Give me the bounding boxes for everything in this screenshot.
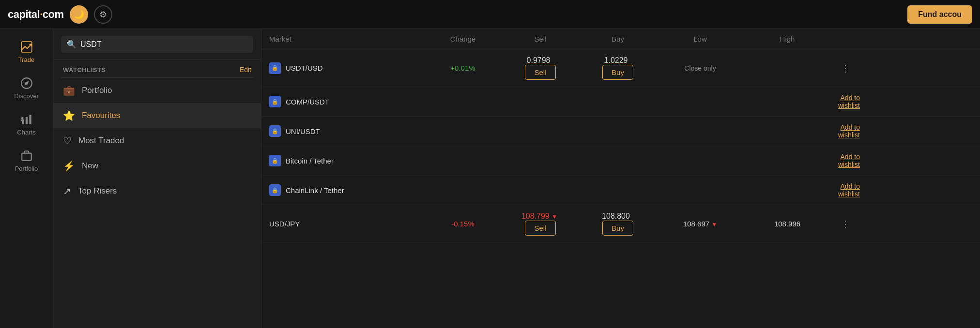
- change-usdt-usd: +0.01%: [424, 64, 502, 72]
- watchlist-item-new[interactable]: ⚡ New: [53, 153, 261, 179]
- portfolio-list-icon: 💼: [63, 85, 75, 96]
- sidebar-item-discover[interactable]: Discover: [0, 70, 53, 106]
- sell-price-val: 108.799: [521, 212, 550, 220]
- market-label: USDT/USD: [286, 64, 323, 72]
- table-header: Market Change Sell Buy Low High: [261, 29, 980, 49]
- watchlists-header: WATCHLISTS Edit: [53, 60, 261, 77]
- search-input[interactable]: [80, 40, 247, 49]
- svg-rect-5: [29, 115, 31, 124]
- add-wishlist-comp[interactable]: Add to wishlist: [831, 94, 860, 109]
- svg-marker-2: [24, 81, 29, 85]
- watchlist-item-top-risers-label: Top Risers: [78, 186, 117, 196]
- table-row: 🔒 UNI/USDT Add to wishlist: [261, 117, 980, 146]
- lock-badge-comp: 🔒: [269, 96, 281, 107]
- low-usdjpy: 108.697 ▼: [657, 220, 744, 228]
- header-sell: Sell: [502, 35, 579, 43]
- sell-button-usdt-usd[interactable]: Sell: [525, 65, 555, 80]
- watchlist-items: 💼 Portfolio ⭐ Favourites ♡ Most Traded ⚡…: [53, 78, 261, 328]
- table-row: 🔒 USDT/USD +0.01% 0.9798 Sell 1.0229 Buy…: [261, 49, 980, 87]
- discover-icon: [20, 77, 33, 89]
- watchlist-item-most-traded-label: Most Traded: [78, 136, 124, 146]
- add-wishlist-btc[interactable]: Add to wishlist: [831, 153, 860, 168]
- more-options-usdjpy[interactable]: ⋮: [831, 218, 860, 230]
- market-label-btc: Bitcoin / Tether: [286, 157, 334, 165]
- watchlist-item-portfolio-label: Portfolio: [82, 86, 112, 95]
- buy-button-usdjpy[interactable]: Buy: [602, 221, 633, 236]
- search-bar: 🔍: [53, 29, 261, 60]
- buy-button-usdt-usd[interactable]: Buy: [602, 65, 633, 80]
- sell-arrow-down: ▼: [551, 213, 557, 220]
- svg-text:1: 1: [21, 117, 24, 121]
- low-val-usdjpy: 108.697: [683, 220, 709, 228]
- low-usdt-usd: Close only: [657, 64, 744, 72]
- high-usdjpy: 108.996: [744, 220, 831, 228]
- header-change: Change: [424, 35, 502, 43]
- change-usdjpy: -0.15%: [424, 220, 502, 228]
- topbar-left: capital·com 🌙 ⚙: [8, 5, 112, 24]
- add-wishlist-chainlink[interactable]: Add to wishlist: [831, 182, 860, 198]
- low-arrow: ▼: [711, 221, 717, 228]
- header-market: Market: [269, 35, 424, 43]
- sell-price-usdt-usd: 0.9798: [527, 56, 551, 64]
- market-name-comp-usdt: 🔒 COMP/USDT: [269, 96, 424, 107]
- market-label-usdjpy: USD/JPY: [269, 220, 300, 228]
- watchlist-panel: 🔍 WATCHLISTS Edit 💼 Portfolio ⭐ Favourit…: [53, 29, 261, 328]
- table-row: USD/JPY -0.15% 108.799 ▼ Sell 108.800 Bu…: [261, 205, 980, 243]
- watchlists-label: WATCHLISTS: [63, 66, 106, 74]
- watchlist-item-favourites-label: Favourites: [82, 111, 120, 120]
- charts-icon: 1: [20, 113, 33, 126]
- market-name-uni-usdt: 🔒 UNI/USDT: [269, 125, 424, 137]
- sidebar-item-trade-label: Trade: [18, 56, 34, 63]
- svg-rect-0: [21, 42, 32, 52]
- market-label-chainlink: ChainLink / Tether: [286, 186, 344, 194]
- buy-price-usdjpy: 108.800: [602, 212, 630, 220]
- logo-com: com: [43, 8, 64, 20]
- table-row: 🔒 COMP/USDT Add to wishlist: [261, 87, 980, 117]
- new-icon: ⚡: [63, 160, 75, 172]
- market-name-usdjpy: USD/JPY: [269, 220, 424, 228]
- table-row: 🔒 ChainLink / Tether Add to wishlist: [261, 176, 980, 205]
- header-actions: [831, 35, 860, 43]
- watchlist-item-new-label: New: [82, 161, 98, 171]
- buy-price-usdt-usd: 1.0229: [604, 56, 628, 64]
- sell-button-usdjpy[interactable]: Sell: [525, 221, 555, 236]
- buy-cell-usdjpy: 108.800 Buy: [579, 212, 657, 236]
- favourites-icon: ⭐: [63, 110, 75, 121]
- main-layout: Trade Discover 1 Charts Portfolio: [0, 29, 980, 328]
- svg-rect-7: [22, 153, 31, 161]
- svg-rect-4: [25, 117, 27, 124]
- market-label-uni: UNI/USDT: [286, 127, 320, 135]
- more-options-usdt-usd[interactable]: ⋮: [831, 62, 860, 74]
- edit-button[interactable]: Edit: [240, 66, 251, 74]
- sidebar-item-portfolio[interactable]: Portfolio: [0, 143, 53, 179]
- sidebar-icons: Trade Discover 1 Charts Portfolio: [0, 29, 53, 328]
- lock-badge-uni: 🔒: [269, 125, 281, 137]
- market-name-chainlink: 🔒 ChainLink / Tether: [269, 184, 424, 196]
- sidebar-item-trade[interactable]: Trade: [0, 34, 53, 70]
- moon-icon: 🌙: [74, 9, 84, 20]
- lock-badge-btc: 🔒: [269, 155, 281, 166]
- market-name-usdt-usd: 🔒 USDT/USD: [269, 62, 424, 74]
- trade-icon: [20, 41, 33, 53]
- watchlist-item-most-traded[interactable]: ♡ Most Traded: [53, 128, 261, 153]
- gear-icon: ⚙: [99, 9, 107, 20]
- market-label-comp: COMP/USDT: [286, 98, 329, 106]
- lock-badge-chainlink: 🔒: [269, 184, 281, 196]
- watchlist-item-top-risers[interactable]: ↗ Top Risers: [53, 179, 261, 204]
- sell-price-usdjpy: 108.799 ▼: [521, 212, 557, 220]
- moon-button[interactable]: 🌙: [70, 5, 88, 24]
- fund-account-button[interactable]: Fund accou: [907, 5, 972, 24]
- portfolio-icon: [20, 149, 33, 162]
- search-icon: 🔍: [67, 40, 77, 49]
- gear-button[interactable]: ⚙: [94, 5, 112, 24]
- market-name-btc-tether: 🔒 Bitcoin / Tether: [269, 155, 424, 166]
- sidebar-item-charts-label: Charts: [17, 129, 35, 136]
- sidebar-item-discover-label: Discover: [14, 92, 39, 100]
- sidebar-item-charts[interactable]: 1 Charts: [0, 106, 53, 143]
- logo: capital·com: [8, 8, 64, 21]
- table-row: 🔒 Bitcoin / Tether Add to wishlist: [261, 146, 980, 176]
- sell-cell-usdjpy: 108.799 ▼ Sell: [502, 212, 579, 236]
- watchlist-item-favourites[interactable]: ⭐ Favourites: [53, 103, 261, 128]
- add-wishlist-uni[interactable]: Add to wishlist: [831, 123, 860, 139]
- watchlist-item-portfolio[interactable]: 💼 Portfolio: [53, 78, 261, 103]
